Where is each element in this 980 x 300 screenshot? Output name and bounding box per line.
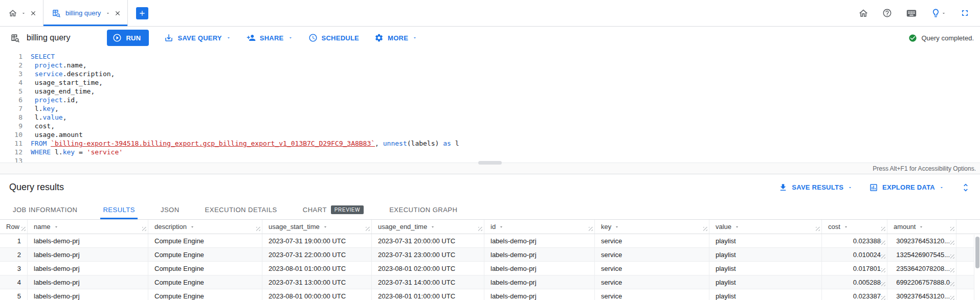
column-menu-icon[interactable] bbox=[323, 224, 328, 229]
line-number: 2 bbox=[0, 61, 23, 70]
line-number: 13 bbox=[0, 156, 23, 163]
cell-amount: 6992206757888.0 bbox=[887, 275, 956, 289]
column-menu-icon[interactable] bbox=[734, 224, 740, 229]
cell-value: 0.023387 bbox=[853, 292, 881, 300]
cell-value: service bbox=[601, 251, 622, 259]
code-text: l.key, bbox=[31, 104, 59, 113]
column-header-key[interactable]: key bbox=[595, 220, 709, 234]
cell-value: playlist bbox=[709, 275, 822, 289]
query-title-group: billing query bbox=[10, 33, 70, 43]
results-tab-chart[interactable]: CHARTPREVIEW bbox=[290, 200, 376, 219]
sql-editor[interactable]: 1SELECT2 project.name,3 service.descript… bbox=[0, 49, 980, 163]
untitled-tab[interactable] bbox=[0, 0, 43, 26]
more-button[interactable]: MORE bbox=[374, 33, 417, 42]
cell-name: labels-demo-prj bbox=[28, 289, 148, 300]
save-query-button[interactable]: SAVE QUERY bbox=[164, 33, 231, 42]
code-token: l bbox=[451, 140, 459, 147]
table-row: 1labels-demo-prjCompute Engine2023-07-31… bbox=[0, 234, 980, 248]
cell-value: 2 bbox=[17, 251, 21, 259]
chart-icon bbox=[869, 183, 878, 192]
column-header-value[interactable]: value bbox=[709, 220, 822, 234]
tab-label: EXECUTION GRAPH bbox=[389, 206, 457, 214]
results-tab-results[interactable]: RESULTS bbox=[90, 200, 148, 219]
code-token: unnest bbox=[383, 140, 407, 147]
cell-id: labels-demo-prj bbox=[484, 289, 595, 300]
code-token: , bbox=[63, 113, 67, 121]
schedule-button[interactable]: SCHEDULE bbox=[308, 33, 360, 42]
cell-name: labels-demo-prj bbox=[28, 275, 148, 289]
cell-value: playlist bbox=[716, 251, 736, 259]
keyboard-icon[interactable] bbox=[906, 8, 917, 19]
column-header-name[interactable]: name bbox=[28, 220, 148, 234]
unfold-more-icon[interactable] bbox=[961, 182, 971, 193]
chevron-down-icon[interactable] bbox=[105, 11, 110, 16]
chevron-down-icon bbox=[226, 35, 231, 40]
cell-value: 0.023388 bbox=[853, 237, 881, 245]
column-header-usage_start_time[interactable]: usage_start_time bbox=[262, 220, 372, 234]
results-table: Rownamedescriptionusage_start_timeusage_… bbox=[0, 220, 980, 300]
results-tab-execution-details[interactable]: EXECUTION DETAILS bbox=[192, 200, 290, 219]
cell-key: service bbox=[595, 248, 709, 261]
add-tab-button[interactable] bbox=[136, 7, 148, 19]
more-label: MORE bbox=[388, 34, 408, 42]
cell-usage_start_time: 2023-08-01 00:00:00 UTC bbox=[262, 289, 372, 300]
share-button[interactable]: SHARE bbox=[247, 33, 293, 42]
cell-usage_end_time: 2023-08-01 01:00:00 UTC bbox=[372, 289, 484, 300]
cell-key: service bbox=[595, 275, 709, 289]
results-tab-job-information[interactable]: JOB INFORMATION bbox=[0, 200, 90, 219]
column-menu-icon[interactable] bbox=[430, 224, 435, 229]
column-header-row: Row bbox=[0, 220, 28, 234]
cell-key: service bbox=[595, 262, 709, 275]
cell-usage_start_time: 2023-08-01 01:00:00 UTC bbox=[262, 262, 372, 275]
column-header-description[interactable]: description bbox=[148, 220, 262, 234]
code-token: (labels) bbox=[407, 140, 443, 147]
fullscreen-icon[interactable] bbox=[960, 8, 970, 18]
column-label: usage_end_time bbox=[378, 223, 427, 230]
column-header-amount[interactable]: amount bbox=[887, 220, 956, 234]
cell-name: labels-demo-prj bbox=[28, 248, 148, 261]
results-tab-bar: JOB INFORMATIONRESULTSJSONEXECUTION DETA… bbox=[0, 200, 980, 220]
chevron-down-icon[interactable] bbox=[21, 11, 26, 16]
tab-label: CHART bbox=[303, 206, 327, 214]
results-tab-json[interactable]: JSON bbox=[148, 200, 192, 219]
tabbar-right-actions bbox=[858, 0, 980, 26]
cell-value: service bbox=[601, 237, 622, 245]
cell-value: 2023-07-31 20:00:00 UTC bbox=[378, 237, 455, 245]
run-button[interactable]: RUN bbox=[107, 30, 149, 46]
cell-value: labels-demo-prj bbox=[34, 237, 80, 245]
column-menu-icon[interactable] bbox=[190, 224, 195, 229]
vertical-scrollbar[interactable] bbox=[974, 235, 980, 300]
lightbulb-menu[interactable] bbox=[931, 8, 946, 18]
explore-data-button[interactable]: EXPLORE DATA bbox=[869, 183, 944, 192]
help-icon[interactable] bbox=[882, 8, 892, 18]
accessibility-hint: Press Alt+F1 for Accessibility Options. bbox=[873, 165, 976, 172]
column-label: key bbox=[601, 223, 611, 230]
column-menu-icon[interactable] bbox=[54, 224, 59, 229]
query-editor-icon bbox=[52, 9, 61, 18]
column-menu-icon[interactable] bbox=[843, 224, 849, 229]
panel-resize-handle[interactable] bbox=[478, 161, 502, 165]
cell-amount: 3092376453120... bbox=[887, 289, 956, 300]
close-tab-icon[interactable] bbox=[114, 10, 121, 17]
home-icon[interactable] bbox=[858, 8, 868, 18]
line-number: 1 bbox=[0, 52, 23, 61]
close-tab-icon[interactable] bbox=[30, 10, 37, 17]
column-header-cost[interactable]: cost bbox=[822, 220, 887, 234]
code-token bbox=[31, 61, 35, 69]
column-menu-icon[interactable] bbox=[919, 224, 924, 229]
column-header-id[interactable]: id bbox=[484, 220, 595, 234]
tab-billing-query[interactable]: billing query bbox=[43, 0, 128, 26]
code-line: 9 cost, bbox=[0, 122, 980, 130]
scrollbar-thumb[interactable] bbox=[975, 237, 979, 268]
code-token bbox=[31, 96, 35, 104]
save-results-button[interactable]: SAVE RESULTS bbox=[778, 183, 853, 192]
code-token: WHERE bbox=[31, 148, 51, 156]
results-tab-execution-graph[interactable]: EXECUTION GRAPH bbox=[376, 200, 470, 219]
column-menu-icon[interactable] bbox=[614, 224, 619, 229]
table-row: 4labels-demo-prjCompute Engine2023-07-31… bbox=[0, 275, 980, 289]
column-menu-icon[interactable] bbox=[499, 224, 504, 229]
cell-row: 4 bbox=[0, 275, 28, 289]
cell-id: labels-demo-prj bbox=[484, 275, 595, 289]
cell-value: 2023-08-01 02:00:00 UTC bbox=[378, 265, 455, 272]
column-header-usage_end_time[interactable]: usage_end_time bbox=[372, 220, 484, 234]
